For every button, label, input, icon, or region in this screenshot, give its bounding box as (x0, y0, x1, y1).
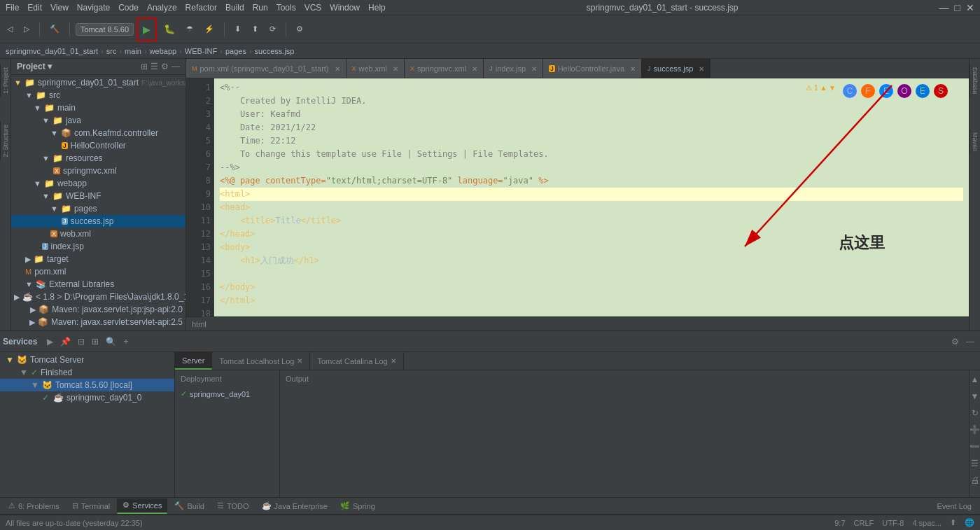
tree-item-resources[interactable]: ▼ 📁 resources (11, 152, 186, 165)
status-encoding[interactable]: UTF-8 (882, 518, 904, 527)
tab-close-springmvc-xml[interactable]: ✕ (472, 65, 477, 73)
bottom-tab-build[interactable]: 🔨 Build (169, 498, 209, 514)
opera-icon[interactable]: O (897, 84, 911, 98)
tree-item-index-jsp[interactable]: J index.jsp (11, 240, 186, 253)
srv-item-app[interactable]: ✓ ☕ springmvc_day01_0 (0, 391, 174, 404)
srv-item-tomcat-local[interactable]: ▼ 🐱 Tomcat 8.5.60 [local] (0, 379, 174, 391)
safari-icon[interactable]: S (934, 84, 948, 98)
project-icon-close[interactable]: — (172, 62, 180, 71)
side-tab-maven[interactable]: Maven (969, 130, 980, 154)
tab-web-xml[interactable]: X web.xml ✕ (346, 59, 405, 78)
tree-item-main[interactable]: ▼ 📁 main (11, 102, 186, 114)
tree-item-webapp[interactable]: ▼ 📁 webapp (11, 177, 186, 190)
tab-springmvc-xml[interactable]: X springmvc.xml ✕ (405, 59, 484, 78)
srv-tab-catalina-log[interactable]: Tomcat Catalina Log ✕ (310, 352, 403, 370)
srv-tab-close-localhost[interactable]: ✕ (297, 357, 302, 365)
profile-button[interactable]: ⚡ (200, 20, 218, 39)
menu-help[interactable]: Help (368, 3, 386, 13)
window-controls[interactable]: — □ ✕ (939, 2, 974, 13)
srv-tab-close-catalina[interactable]: ✕ (391, 357, 396, 365)
tree-item-web-xml[interactable]: X web.xml (11, 228, 186, 240)
status-position[interactable]: 9:7 (834, 518, 845, 527)
services-add-btn[interactable]: + (120, 335, 131, 348)
menu-code[interactable]: Code (118, 3, 139, 13)
vcs-update-button[interactable]: ⬇ (230, 20, 245, 39)
tab-close-success-jsp[interactable]: ✕ (699, 65, 704, 73)
menu-window[interactable]: Window (330, 3, 360, 13)
menu-file[interactable]: File (6, 3, 19, 13)
bottom-tab-problems[interactable]: ⚠ 6: Problems (3, 498, 65, 514)
close-button[interactable]: ✕ (966, 2, 974, 13)
breadcrumb-part-1[interactable]: src (106, 47, 117, 55)
tree-item-jdk[interactable]: ▶ ☕ < 1.8 > D:\Program Files\Java\jdk1.8… (11, 291, 186, 303)
settings-button[interactable]: ⚙ (292, 20, 307, 39)
firefox-icon[interactable]: F (861, 84, 875, 98)
deploy-down-btn[interactable]: ▼ (969, 390, 980, 403)
breadcrumb-part-2[interactable]: main (125, 47, 141, 55)
project-icon-1[interactable]: ⊞ (141, 62, 148, 71)
services-filter-btn[interactable]: 🔍 (103, 335, 119, 348)
menu-edit[interactable]: Edit (27, 3, 42, 13)
menu-navigate[interactable]: Navigate (77, 3, 110, 13)
tree-item-ext-libs[interactable]: ▼ 📚 External Libraries (11, 278, 186, 291)
tree-item-package[interactable]: ▼ 📦 com.Keafmd.controller (11, 127, 186, 139)
deploy-print-btn[interactable]: 🖨 (969, 474, 981, 487)
side-tab-database[interactable]: Database (969, 64, 980, 97)
tab-close-hellocontroller[interactable]: ✕ (630, 65, 636, 73)
status-git[interactable]: ⬆ (950, 518, 956, 527)
side-tab-project[interactable]: 1: Project (0, 64, 10, 97)
bottom-tab-services[interactable]: ⚙ Services (117, 498, 167, 514)
tree-item-java[interactable]: ▼ 📁 java (11, 114, 186, 127)
vcs-push-button[interactable]: ⬆ (248, 20, 262, 39)
services-pin-btn[interactable]: 📌 (57, 335, 74, 348)
deploy-add-btn[interactable]: ➕ (968, 424, 980, 436)
srv-tab-server[interactable]: Server (175, 352, 212, 370)
minimize-button[interactable]: — (939, 2, 949, 13)
deploy-refresh-btn[interactable]: ↻ (970, 407, 980, 419)
services-collapse-btn[interactable]: ⊟ (75, 335, 88, 348)
bottom-tab-event-log[interactable]: Event Log (931, 498, 977, 514)
debug-button[interactable]: 🐛 (160, 20, 179, 39)
menu-bar[interactable]: File Edit View Navigate Code Analyze Ref… (6, 3, 386, 13)
tab-close-pom[interactable]: ✕ (335, 65, 340, 73)
menu-build[interactable]: Build (225, 3, 244, 13)
tree-item-pages[interactable]: ▼ 📁 pages (11, 202, 186, 215)
tree-item-src[interactable]: ▼ 📁 src (11, 89, 186, 102)
menu-refactor[interactable]: Refactor (186, 3, 217, 13)
bottom-tab-java-enterprise[interactable]: ☕ Java Enterprise (256, 498, 333, 514)
tree-item-root[interactable]: ▼ 📁 springmvc_day01_01_start F:\java_wor… (11, 76, 186, 89)
project-icon-settings[interactable]: ⚙ (161, 62, 169, 71)
bottom-tab-spring[interactable]: 🌿 Spring (335, 498, 381, 514)
bottom-tab-terminal[interactable]: ⊟ Terminal (66, 498, 116, 514)
tree-item-webinf[interactable]: ▼ 📁 WEB-INF (11, 190, 186, 202)
breadcrumb-part-4[interactable]: WEB-INF (185, 47, 217, 55)
bottom-tab-todo[interactable]: ☰ TODO (211, 498, 255, 514)
services-run-btn[interactable]: ▶ (44, 335, 56, 348)
status-crlf[interactable]: CRLF (854, 518, 874, 527)
srv-item-finished[interactable]: ▼ ✓ Finished (0, 366, 174, 379)
build-button[interactable]: 🔨 (46, 20, 64, 39)
coverage-button[interactable]: ☂ (182, 20, 197, 39)
code-area[interactable]: <%-- Created by IntelliJ IDEA. User: Kea… (214, 78, 969, 330)
tomcat-selector[interactable]: Tomcat 8.5.60 (76, 23, 134, 36)
status-indent[interactable]: 4 spac... (912, 518, 941, 527)
breadcrumb-part-3[interactable]: webapp (150, 47, 177, 55)
tree-item-jsp-api[interactable]: ▶ 📦 Maven: javax.servlet.jsp:jsp-api:2.0 (11, 303, 186, 316)
menu-tools[interactable]: Tools (276, 3, 296, 13)
tree-item-success-jsp[interactable]: J success.jsp (11, 215, 186, 228)
tree-item-hellocontroller[interactable]: J HelloController (11, 139, 186, 152)
status-branch[interactable]: 🌐 (965, 518, 974, 527)
services-expand-btn[interactable]: ⊞ (89, 335, 102, 348)
maximize-button[interactable]: □ (955, 2, 960, 13)
tree-item-target[interactable]: ▶ 📁 target (11, 253, 186, 265)
breadcrumb-part-6[interactable]: success.jsp (255, 47, 295, 55)
services-close-btn[interactable]: — (963, 335, 977, 348)
menu-run[interactable]: Run (253, 3, 268, 13)
menu-view[interactable]: View (50, 3, 69, 13)
breadcrumb-part-0[interactable]: springmvc_day01_01_start (6, 47, 98, 55)
srv-item-tomcat-server[interactable]: ▼ 🐱 Tomcat Server (0, 354, 174, 366)
back-button[interactable]: ◁ (3, 20, 17, 39)
project-icon-2[interactable]: ☰ (150, 62, 158, 71)
tab-index-jsp[interactable]: J index.jsp ✕ (484, 59, 543, 78)
tree-item-pom-xml[interactable]: M pom.xml (11, 265, 186, 278)
